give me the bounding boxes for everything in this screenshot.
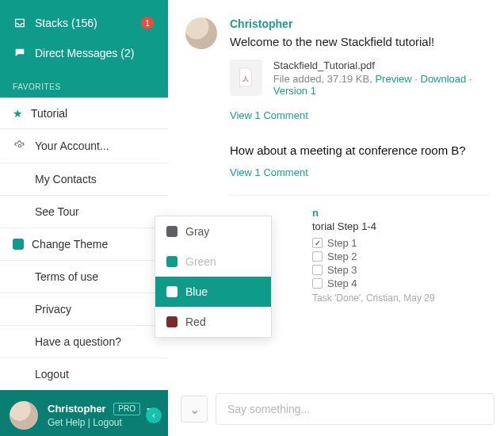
swatch-red bbox=[166, 316, 178, 327]
divider bbox=[230, 195, 490, 196]
file-attachment: 人 Stackfield_Tutorial.pdf File added, 37… bbox=[230, 59, 490, 97]
checkbox-icon bbox=[312, 265, 323, 275]
menu-question[interactable]: Have a question? bbox=[0, 325, 168, 358]
swatch-blue bbox=[166, 286, 178, 297]
user-avatar[interactable] bbox=[8, 400, 40, 431]
post2-message: How about a meeting at conference room B… bbox=[230, 143, 490, 157]
task-author-fragment: n bbox=[312, 207, 490, 219]
gear-icon bbox=[13, 139, 27, 153]
swatch-green bbox=[166, 256, 178, 267]
view-comment-link-2[interactable]: View 1 Comment bbox=[230, 166, 308, 178]
file-version-link[interactable]: Version 1 bbox=[273, 85, 316, 97]
footer-action-button[interactable]: ‹ bbox=[146, 407, 162, 423]
post-message: Welcome to the new Stackfield tutorial! bbox=[230, 35, 490, 48]
menu-terms[interactable]: Terms of use bbox=[0, 260, 168, 293]
star-icon: ★ bbox=[13, 107, 23, 120]
sidebar: Stacks (156) 1 Direct Messages (2) FAVOR… bbox=[0, 0, 168, 436]
post-author-name[interactable]: Christopher bbox=[230, 17, 490, 30]
menu-privacy[interactable]: Privacy bbox=[0, 293, 168, 325]
checkbox-checked-icon bbox=[312, 238, 323, 248]
menu-your-account[interactable]: Your Account... bbox=[0, 128, 168, 163]
checkbox-icon bbox=[312, 278, 323, 289]
pro-badge: PRO bbox=[113, 403, 140, 415]
file-download-link[interactable]: Download bbox=[421, 73, 467, 85]
account-menu: Your Account... My Contacts See Tour Cha… bbox=[0, 128, 168, 390]
task-step-3[interactable]: Step 3 bbox=[312, 264, 490, 276]
composer-input[interactable] bbox=[216, 393, 494, 425]
view-comment-link-1[interactable]: View 1 Comment bbox=[230, 109, 308, 121]
theme-option-gray[interactable]: Gray bbox=[155, 216, 271, 247]
menu-change-theme[interactable]: Change Theme › bbox=[0, 228, 168, 260]
chat-icon bbox=[13, 46, 27, 60]
theme-submenu: Gray Green Blue Red bbox=[155, 216, 272, 338]
menu-logout[interactable]: Logout bbox=[0, 358, 168, 390]
footer-username: Christopher bbox=[48, 403, 106, 415]
task-title: torial Step 1-4 bbox=[312, 220, 490, 232]
menu-theme-label: Change Theme bbox=[32, 238, 108, 251]
theme-option-green[interactable]: Green bbox=[155, 247, 271, 277]
footer-help-link[interactable]: Get Help bbox=[48, 417, 85, 428]
nav-stacks-label: Stacks bbox=[35, 17, 68, 29]
theme-option-blue[interactable]: Blue bbox=[155, 277, 271, 307]
task-step-4[interactable]: Step 4 bbox=[312, 277, 490, 289]
notification-badge: 1 bbox=[141, 17, 154, 29]
file-preview-link[interactable]: Preview bbox=[375, 73, 411, 85]
theme-swatch-icon bbox=[13, 239, 24, 250]
nav-dm-label: Direct Messages bbox=[35, 47, 117, 59]
task-step-1[interactable]: Step 1 bbox=[312, 237, 490, 249]
svg-text:人: 人 bbox=[242, 75, 249, 82]
composer-expand-button[interactable]: ⌄ bbox=[181, 396, 208, 423]
svg-point-0 bbox=[18, 144, 21, 147]
post-author-avatar[interactable] bbox=[185, 17, 217, 49]
file-name: Stackfield_Tutorial.pdf bbox=[273, 59, 490, 71]
theme-option-red[interactable]: Red bbox=[155, 307, 271, 337]
task-meta: Task 'Done', Cristian, May 29 bbox=[312, 293, 490, 304]
pdf-icon[interactable]: 人 bbox=[230, 59, 262, 96]
menu-my-contacts[interactable]: My Contacts bbox=[0, 163, 168, 195]
inbox-icon bbox=[13, 16, 27, 30]
sidebar-footer: Christopher PRO ▾ Get Help | Logout ‹ bbox=[0, 390, 168, 436]
favorite-tutorial[interactable]: ★ Tutorial bbox=[0, 98, 168, 128]
chevron-down-icon: ⌄ bbox=[189, 402, 200, 417]
nav-stacks[interactable]: Stacks (156) 1 bbox=[0, 8, 168, 38]
swatch-gray bbox=[166, 226, 178, 237]
footer-logout-link[interactable]: Logout bbox=[93, 417, 122, 428]
task-card: n torial Step 1-4 Step 1 Step 2 Step 3 S… bbox=[312, 207, 490, 304]
favorite-label: Tutorial bbox=[31, 107, 67, 120]
nav-stacks-count: (156) bbox=[71, 17, 97, 29]
nav-direct-messages[interactable]: Direct Messages (2) bbox=[0, 38, 168, 68]
file-details: File added, 37.19 KB, Preview · Download… bbox=[273, 73, 490, 97]
task-step-2[interactable]: Step 2 bbox=[312, 251, 490, 262]
composer: ⌄ bbox=[181, 393, 494, 425]
post-welcome: Christopher Welcome to the new Stackfiel… bbox=[185, 17, 490, 121]
nav-dm-count: (2) bbox=[120, 47, 134, 59]
checkbox-icon bbox=[312, 251, 323, 262]
menu-see-tour[interactable]: See Tour bbox=[0, 195, 168, 228]
post-meeting: How about a meeting at conference room B… bbox=[230, 143, 490, 179]
menu-account-label: Your Account... bbox=[35, 140, 109, 152]
favorites-header: FAVORITES bbox=[0, 71, 168, 98]
